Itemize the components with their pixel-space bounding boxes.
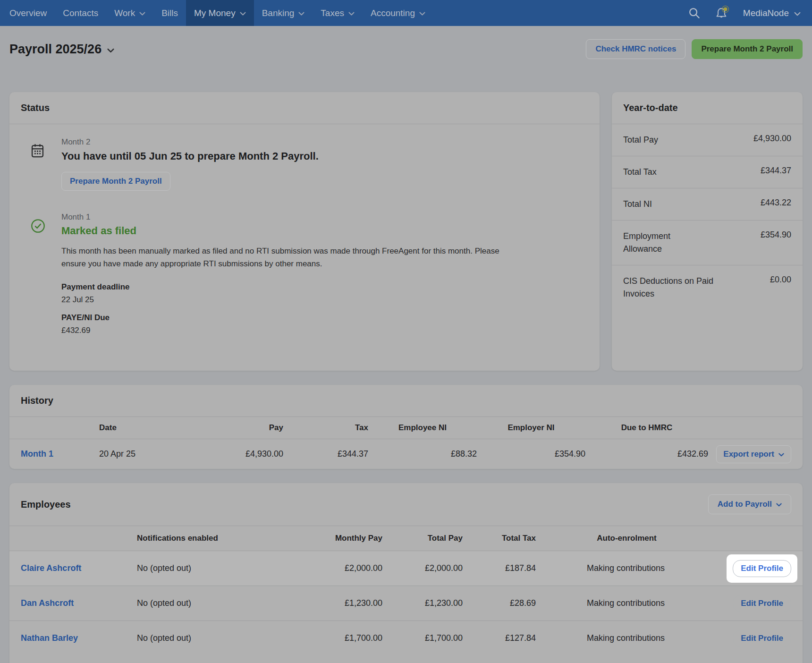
status-card-title: Status	[9, 92, 600, 124]
employee-total-tax: £187.84	[463, 563, 536, 573]
history-pay: £4,930.00	[184, 449, 283, 459]
search-icon[interactable]	[688, 7, 701, 19]
prepare-month2-payroll-button[interactable]: Prepare Month 2 Payroll	[692, 39, 803, 59]
employee-total-pay: £1,230.00	[382, 598, 463, 608]
employee-name-link[interactable]: Dan Ashcroft	[21, 598, 74, 608]
ytd-row-total-pay: Total Pay £4,930.00	[612, 124, 803, 156]
employee-total-tax: £127.84	[463, 633, 536, 643]
nav-items: Overview Contacts Work Bills My Money Ba…	[1, 0, 433, 26]
employees-card-title: Employees	[21, 499, 71, 510]
nav-item-label: My Money	[194, 8, 236, 18]
month1-label: Month 1	[61, 212, 517, 222]
ytd-row-total-ni: Total NI £443.22	[612, 188, 803, 221]
nav-item-accounting[interactable]: Accounting	[363, 0, 433, 26]
employee-monthly-pay: £2,000.00	[245, 563, 382, 573]
chevron-down-icon	[794, 12, 801, 16]
employee-auto-enrolment: Making contributions	[536, 563, 718, 573]
employee-notifications: No (opted out)	[137, 598, 245, 608]
nav-item-bills[interactable]: Bills	[153, 0, 186, 26]
edit-profile-button[interactable]: Edit Profile	[733, 595, 791, 612]
nav-item-label: Bills	[161, 8, 178, 18]
history-due-to-hmrc: £432.69	[585, 449, 708, 459]
add-to-payroll-button[interactable]: Add to Payroll	[708, 494, 791, 514]
month1-status-row: Month 1 Marked as filed This month has b…	[30, 212, 588, 335]
nav-item-my-money[interactable]: My Money	[186, 0, 254, 26]
ytd-row-employment-allowance: Employment Allowance £354.90	[612, 221, 803, 265]
history-row-month1: Month 1 20 Apr 25 £4,930.00 £344.37 £88.…	[9, 439, 803, 469]
employees-header-notifications: Notifications enabled	[137, 534, 245, 543]
history-header-pay: Pay	[184, 423, 283, 433]
employee-row-dan-ashcroft: Dan Ashcroft No (opted out) £1,230.00 £1…	[9, 586, 803, 620]
ytd-label: Total NI	[623, 198, 652, 211]
year-to-date-card: Year-to-date Total Pay £4,930.00 Total T…	[612, 92, 803, 371]
ytd-label: Employment Allowance	[623, 230, 699, 255]
paye-ni-label: PAYE/NI Due	[61, 313, 517, 323]
chevron-down-icon	[419, 12, 425, 16]
header-actions: Check HMRC notices Prepare Month 2 Payro…	[586, 39, 803, 59]
calendar-icon	[30, 137, 45, 191]
month1-status-text: Marked as filed	[61, 225, 517, 237]
month1-description: This month has been manually marked as f…	[61, 245, 517, 270]
history-date: 20 Apr 25	[99, 449, 184, 459]
page-title[interactable]: Payroll 2025/26	[9, 40, 114, 59]
ytd-value: £0.00	[770, 275, 791, 300]
nav-item-work[interactable]: Work	[106, 0, 153, 26]
employee-total-pay: £2,000.00	[382, 563, 463, 573]
export-report-button[interactable]: Export report	[716, 445, 791, 463]
top-nav: Overview Contacts Work Bills My Money Ba…	[0, 0, 812, 26]
check-hmrc-notices-button[interactable]: Check HMRC notices	[586, 39, 685, 59]
nav-item-label: Taxes	[321, 8, 344, 18]
ytd-card-title: Year-to-date	[612, 92, 803, 124]
nav-item-label: Banking	[262, 8, 295, 18]
account-menu[interactable]: MediaNode	[743, 8, 801, 18]
month1-link[interactable]: Month 1	[21, 449, 53, 459]
history-header-tax: Tax	[283, 423, 368, 433]
bell-icon[interactable]	[714, 6, 730, 21]
ytd-value: £443.22	[761, 198, 791, 211]
nav-item-contacts[interactable]: Contacts	[55, 0, 106, 26]
payment-deadline-value: 22 Jul 25	[61, 295, 517, 305]
employees-header-total-pay: Total Pay	[382, 534, 463, 543]
employee-name-link[interactable]: Nathan Barley	[21, 633, 78, 643]
ytd-label: Total Tax	[623, 166, 657, 178]
employees-header-monthly-pay: Monthly Pay	[245, 534, 382, 543]
employee-monthly-pay: £1,230.00	[245, 598, 382, 608]
add-to-payroll-label: Add to Payroll	[718, 500, 772, 509]
nav-item-taxes[interactable]: Taxes	[313, 0, 363, 26]
employee-row-nathan-barley: Nathan Barley No (opted out) £1,700.00 £…	[9, 620, 803, 655]
employee-notifications: No (opted out)	[137, 563, 245, 573]
employee-row-claire-ashcroft: Claire Ashcroft No (opted out) £2,000.00…	[9, 551, 803, 586]
employee-total-pay: £1,700.00	[382, 633, 463, 643]
chevron-down-icon	[240, 12, 246, 16]
history-header-employer-ni: Employer NI	[477, 423, 585, 433]
ytd-label: CIS Deductions on Paid Invoices	[623, 275, 722, 300]
payment-deadline-label: Payment deadline	[61, 282, 517, 292]
chevron-down-icon	[776, 503, 782, 507]
notification-badge	[723, 7, 727, 11]
ytd-row-cis-deductions: CIS Deductions on Paid Invoices £0.00	[612, 265, 803, 310]
ytd-label: Total Pay	[623, 134, 658, 146]
employees-header-row: Notifications enabled Monthly Pay Total …	[9, 526, 803, 551]
employees-card: Employees Add to Payroll Notifications e…	[9, 483, 803, 663]
ytd-value: £344.37	[761, 166, 791, 178]
history-card-title: History	[9, 385, 803, 416]
page-header: Payroll 2025/26 Check HMRC notices Prepa…	[0, 26, 812, 59]
history-header-date: Date	[99, 423, 184, 433]
ytd-value: £4,930.00	[753, 134, 791, 146]
employee-name-link[interactable]: Claire Ashcroft	[21, 563, 81, 573]
month2-status-row: Month 2 You have until 05 Jun 25 to prep…	[30, 137, 588, 191]
ytd-value: £354.90	[761, 230, 791, 255]
nav-item-banking[interactable]: Banking	[254, 0, 313, 26]
nav-item-overview[interactable]: Overview	[1, 0, 55, 26]
history-header-due-to-hmrc: Due to HMRC	[585, 423, 708, 433]
nav-item-label: Overview	[9, 8, 47, 18]
prepare-month2-payroll-inline-button[interactable]: Prepare Month 2 Payroll	[61, 172, 170, 191]
nav-item-label: Work	[114, 8, 135, 18]
account-name: MediaNode	[743, 8, 789, 18]
status-card: Status	[9, 92, 600, 371]
history-tax: £344.37	[283, 449, 368, 459]
edit-profile-button[interactable]: Edit Profile	[733, 630, 791, 647]
edit-profile-button[interactable]: Edit Profile	[733, 560, 791, 577]
nav-item-label: Accounting	[371, 8, 415, 18]
employee-notifications: No (opted out)	[137, 633, 245, 643]
